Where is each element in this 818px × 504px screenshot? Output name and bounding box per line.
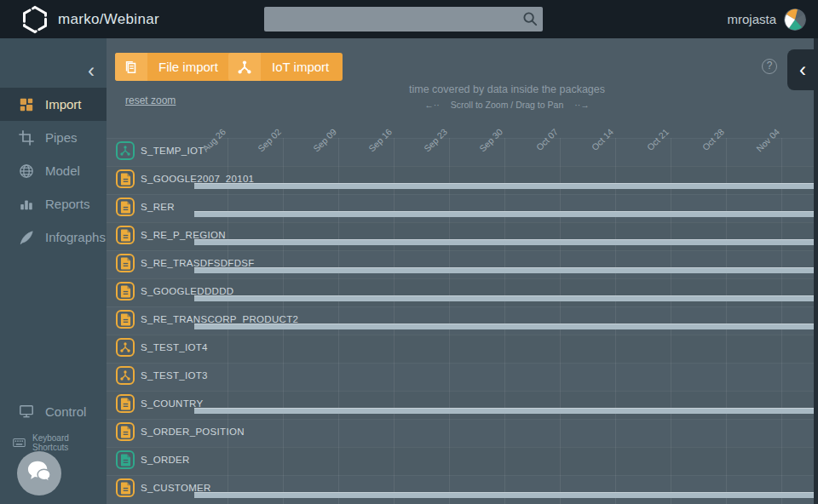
keyboard-icon — [12, 435, 26, 451]
sidebar-item-pipes[interactable]: Pipes — [0, 121, 107, 154]
timeline-hint-text: Scroll to Zoom / Drag to Pan — [451, 100, 563, 110]
user-avatar-icon[interactable] — [784, 9, 806, 31]
reset-zoom-link[interactable]: reset zoom — [125, 94, 176, 106]
package-row[interactable]: S_RER — [107, 194, 818, 222]
file-import-button[interactable]: File import — [115, 53, 232, 81]
file-package-icon — [116, 282, 135, 301]
package-row[interactable]: S_CUSTOMER — [107, 475, 818, 503]
monitor-icon — [18, 404, 34, 420]
coverage-bar — [194, 183, 814, 189]
sidebar-bottom-nav: ControlKeyboard Shortcuts — [0, 398, 107, 454]
package-name: S_RER — [141, 202, 175, 212]
sidebar-item-label: Control — [45, 404, 86, 419]
file-import-label: File import — [158, 60, 218, 74]
coverage-bar — [194, 295, 814, 301]
sidebar-item-label: Pipes — [45, 130, 78, 145]
file-package-icon — [116, 394, 135, 413]
right-panel-toggle-button[interactable]: ‹ — [787, 49, 818, 90]
sidebar-item-model[interactable]: Model — [0, 154, 107, 187]
package-name: S_TEMP_IOT — [141, 146, 204, 156]
timeline-hint: ←·· Scroll to Zoom / Drag to Pan ··→ — [354, 100, 660, 110]
crop-icon — [18, 129, 34, 146]
package-name: S_ORDER — [141, 455, 190, 465]
file-package-icon — [116, 198, 135, 216]
pan-left-arrow-icon[interactable]: ←·· — [424, 100, 440, 110]
package-row[interactable]: S_RE_TRASDFSDFDSF — [107, 250, 818, 278]
iot-package-icon — [116, 141, 135, 160]
chat-bubbles-icon — [26, 460, 52, 487]
main-content: File import IoT import ? ‹ reset zoom ti… — [107, 38, 818, 504]
file-package-icon — [116, 478, 135, 497]
user-area: mrojasta — [727, 0, 806, 38]
package-row[interactable]: S_GOOGLE2007_20101 — [107, 166, 818, 194]
file-package-icon — [116, 450, 135, 469]
sidebar: ‹ ImportPipesModelReportsInfographs Cont… — [0, 38, 107, 504]
file-package-icon — [116, 310, 135, 329]
help-icon[interactable]: ? — [762, 59, 777, 74]
iot-package-icon — [116, 338, 135, 357]
grid-icon — [18, 96, 34, 112]
coverage-bar — [194, 492, 814, 498]
header: marko/Webinar mrojasta — [0, 0, 818, 38]
sidebar-collapse-chevron-icon[interactable]: ‹ — [88, 62, 95, 79]
timeline-title: time covered by data inside the packages — [354, 83, 660, 95]
right-panel-edge[interactable] — [814, 38, 818, 504]
package-row[interactable]: S_ORDER_POSITION — [107, 419, 818, 447]
iot-import-icon — [228, 53, 261, 81]
iot-package-icon — [116, 366, 135, 385]
globe-icon — [18, 163, 34, 179]
sidebar-item-control[interactable]: Control — [0, 398, 107, 425]
package-name: S_TEST_IOT4 — [141, 342, 208, 352]
app-logo-icon[interactable] — [20, 5, 49, 34]
sidebar-item-label: Keyboard Shortcuts — [32, 433, 107, 452]
package-name: S_ORDER_POSITION — [141, 427, 245, 437]
chevron-left-icon: ‹ — [799, 58, 806, 82]
package-row[interactable]: S_GOOGLEDDDDD — [107, 278, 818, 306]
coverage-bar — [194, 324, 814, 329]
coverage-bar — [194, 408, 814, 414]
sidebar-item-label: Model — [45, 163, 80, 178]
iot-import-label: IoT import — [272, 60, 329, 74]
coverage-bar — [194, 239, 814, 245]
bar-chart-icon — [18, 196, 34, 212]
pan-right-arrow-icon[interactable]: ··→ — [574, 100, 590, 110]
timeline-chart[interactable]: S_TEMP_IOTS_GOOGLE2007_20101S_RERS_RE_P_… — [107, 138, 818, 504]
sidebar-item-infographs[interactable]: Infographs — [0, 220, 107, 254]
search-bar[interactable] — [264, 7, 543, 32]
search-icon[interactable] — [517, 7, 543, 32]
file-package-icon — [116, 226, 135, 244]
sidebar-item-keyboard-shortcuts[interactable]: Keyboard Shortcuts — [0, 432, 107, 454]
package-name: S_TEST_IOT3 — [141, 370, 208, 381]
package-row[interactable]: S_RE_P_REGION — [107, 222, 818, 250]
feather-icon — [18, 229, 34, 245]
package-row[interactable]: S_COUNTRY — [107, 391, 818, 419]
sidebar-item-label: Infographs — [45, 230, 106, 244]
iot-import-button[interactable]: IoT import — [228, 53, 343, 81]
sidebar-item-label: Reports — [45, 197, 90, 211]
package-row[interactable]: S_ORDER — [107, 447, 818, 475]
package-row[interactable]: S_TEST_IOT3 — [107, 363, 818, 391]
file-package-icon — [116, 422, 135, 441]
search-input[interactable] — [264, 7, 517, 32]
chat-button[interactable] — [17, 451, 61, 495]
app-title: marko/Webinar — [58, 11, 159, 28]
sidebar-nav: ImportPipesModelReportsInfographs — [0, 88, 107, 254]
sidebar-item-label: Import — [45, 97, 82, 112]
package-row[interactable]: S_RE_TRANSCORP_PRODUCT2 — [107, 306, 818, 335]
package-row[interactable]: S_TEST_IOT4 — [107, 335, 818, 363]
file-package-icon — [116, 254, 135, 272]
package-row[interactable]: S_TEMP_IOT — [107, 138, 818, 166]
sidebar-item-reports[interactable]: Reports — [0, 187, 107, 220]
sidebar-item-import[interactable]: Import — [0, 88, 107, 121]
coverage-bar — [194, 267, 814, 273]
coverage-bar — [194, 211, 814, 217]
username[interactable]: mrojasta — [727, 12, 776, 26]
file-package-icon — [116, 169, 135, 188]
file-import-icon — [115, 53, 147, 81]
